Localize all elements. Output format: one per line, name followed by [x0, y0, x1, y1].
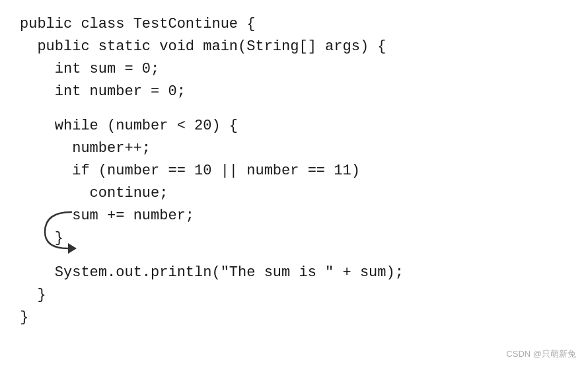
code-line: number++; — [20, 137, 568, 160]
arrow-annotation — [32, 209, 111, 255]
code-line — [20, 103, 568, 115]
code-line: continue; — [20, 182, 568, 205]
code-line: if (number == 10 || number == 11) — [20, 160, 568, 182]
code-line: } — [20, 307, 568, 329]
code-line: while (number < 20) { — [20, 115, 568, 137]
watermark: CSDN @只萌新兔 — [506, 348, 576, 360]
code-line: System.out.println("The sum is " + sum); — [20, 262, 568, 284]
svg-marker-0 — [68, 243, 77, 254]
code-line: int sum = 0; — [20, 58, 568, 81]
code-line: public static void main(String[] args) { — [20, 36, 568, 58]
code-line: } — [20, 284, 568, 307]
code-line: int number = 0; — [20, 81, 568, 103]
code-output: public class TestContinue { public stati… — [20, 13, 568, 329]
code-line: public class TestContinue { — [20, 13, 568, 36]
code-container: public class TestContinue { public class… — [0, 0, 588, 368]
